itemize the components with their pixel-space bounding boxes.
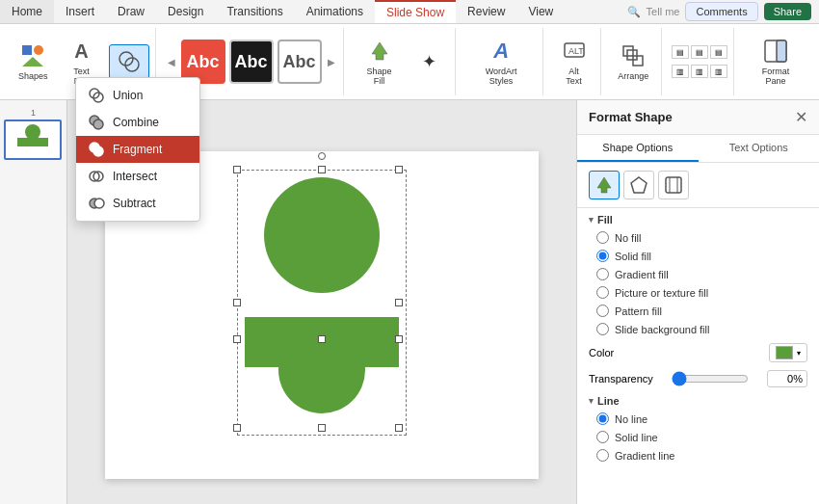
handle-mr[interactable] — [395, 299, 403, 306]
radio-slide-bg-fill[interactable] — [596, 323, 609, 335]
tab-text-options[interactable]: Text Options — [699, 135, 820, 162]
tab-shape-options[interactable]: Shape Options — [577, 135, 699, 162]
radio-solid-line[interactable] — [596, 431, 609, 443]
shapes-label: Shapes — [18, 71, 48, 81]
shape-fill-button[interactable]: Shape Fill — [354, 34, 406, 90]
style-button-3[interactable]: Abc — [277, 40, 322, 84]
option-no-fill[interactable]: No fill — [577, 228, 819, 247]
effects-icon-btn[interactable] — [658, 171, 689, 199]
handle-rect-l[interactable] — [233, 335, 241, 343]
format-panel-close[interactable]: ✕ — [795, 108, 807, 126]
color-swatch-button[interactable]: ▾ — [769, 343, 807, 362]
format-panel: Format Shape ✕ Shape Options Text Option… — [576, 100, 819, 504]
label-gradient-fill: Gradient fill — [615, 269, 669, 280]
transparency-input[interactable] — [767, 370, 807, 387]
merge-shapes-button[interactable] — [109, 44, 149, 79]
option-pattern-fill[interactable]: Pattern fill — [577, 302, 819, 320]
color-row: Color ▾ — [577, 338, 819, 367]
transparency-slider[interactable] — [672, 371, 749, 386]
handle-bc[interactable] — [318, 424, 326, 432]
rotation-handle[interactable] — [318, 152, 326, 160]
tab-transitions[interactable]: Transitions — [215, 0, 294, 23]
option-solid-line[interactable]: Solid line — [577, 428, 819, 446]
radio-solid-fill[interactable] — [596, 250, 609, 262]
tab-slideshow[interactable]: Slide Show — [375, 0, 456, 23]
format-icon-row — [577, 163, 819, 208]
dropdown-item-union[interactable]: Union — [76, 82, 199, 109]
arrange-button[interactable]: Arrange — [611, 39, 655, 85]
svg-point-25 — [94, 199, 104, 208]
align-middle-button[interactable]: ▥ — [691, 65, 708, 78]
radio-gradient-line[interactable] — [596, 449, 609, 462]
line-section-header[interactable]: ▾ Line — [577, 393, 819, 410]
tab-review[interactable]: Review — [456, 0, 516, 23]
wordart-icon: A — [488, 38, 515, 65]
tab-home[interactable]: Home — [0, 0, 54, 23]
handle-rect-c[interactable] — [318, 335, 326, 343]
tab-view[interactable]: View — [516, 0, 565, 23]
tab-design[interactable]: Design — [156, 0, 215, 23]
handle-br[interactable] — [395, 424, 403, 432]
tab-insert[interactable]: Insert — [54, 0, 106, 23]
radio-no-fill[interactable] — [596, 231, 609, 244]
option-slide-bg-fill[interactable]: Slide background fill — [577, 320, 819, 338]
dropdown-item-fragment[interactable]: Fragment — [76, 136, 199, 163]
label-solid-line: Solid line — [615, 432, 658, 443]
align-right-button[interactable]: ▤ — [710, 45, 727, 59]
fill-line-icon-btn[interactable] — [589, 171, 620, 199]
format-panel-title: Format Shape — [589, 110, 673, 124]
radio-picture-fill[interactable] — [596, 286, 609, 299]
style-button-2[interactable]: Abc — [229, 40, 274, 84]
comments-button[interactable]: Comments — [685, 2, 757, 21]
dropdown-item-intersect[interactable]: Intersect — [76, 163, 199, 190]
option-solid-fill[interactable]: Solid fill — [577, 247, 819, 265]
alt-text-button[interactable]: ALT Alt Text — [553, 34, 594, 90]
align-bottom-button[interactable]: ▥ — [710, 65, 727, 78]
handle-ml[interactable] — [233, 299, 241, 306]
radio-pattern-fill[interactable] — [596, 305, 609, 317]
shape-circle[interactable] — [264, 177, 380, 293]
share-button[interactable]: Share — [764, 3, 811, 20]
style-label-3: Abc — [283, 52, 316, 72]
format-pane-button[interactable]: Format Pane — [744, 34, 807, 90]
handle-tc[interactable] — [318, 166, 326, 173]
alt-text-label: Alt Text — [560, 66, 588, 86]
format-pane-label: Format Pane — [751, 66, 801, 86]
tab-draw[interactable]: Draw — [106, 0, 156, 23]
dropdown-item-combine[interactable]: Combine — [76, 109, 199, 136]
nav-next-button[interactable]: ▶ — [326, 57, 337, 67]
shape-group[interactable] — [245, 177, 399, 428]
svg-rect-9 — [627, 50, 637, 60]
handle-bl[interactable] — [233, 424, 241, 432]
svg-marker-12 — [631, 177, 647, 193]
tab-animations[interactable]: Animations — [295, 0, 375, 23]
effects-button[interactable]: ✦ — [409, 44, 449, 79]
slide-thumbnail[interactable] — [4, 119, 62, 160]
handle-rect-r[interactable] — [395, 335, 403, 343]
option-gradient-line[interactable]: Gradient line — [577, 446, 819, 464]
arrange-icon — [620, 42, 647, 69]
radio-no-line[interactable] — [596, 412, 609, 425]
option-gradient-fill[interactable]: Gradient fill — [577, 265, 819, 283]
fragment-icon — [88, 141, 105, 158]
svg-rect-11 — [777, 40, 786, 62]
nav-prev-button[interactable]: ◀ — [166, 57, 177, 67]
align-center-button[interactable]: ▤ — [691, 45, 708, 59]
format-tabs: Shape Options Text Options — [577, 135, 819, 163]
wordart-button[interactable]: A WordArt Styles — [465, 34, 537, 90]
dropdown-item-subtract[interactable]: Subtract — [76, 190, 199, 217]
align-left-button[interactable]: ▤ — [672, 45, 689, 59]
option-no-line[interactable]: No line — [577, 410, 819, 428]
radio-gradient-fill[interactable] — [596, 268, 609, 280]
option-picture-fill[interactable]: Picture or texture fill — [577, 283, 819, 302]
handle-tl[interactable] — [233, 166, 241, 173]
fill-icon — [594, 175, 614, 195]
line-options: No line Solid line Gradient line — [577, 410, 819, 464]
shapes-button[interactable]: Shapes — [12, 39, 55, 85]
shape-icon-btn[interactable] — [623, 171, 654, 199]
handle-tr[interactable] — [395, 166, 403, 173]
shape-semicircle[interactable] — [278, 360, 365, 413]
transparency-row: Transparency — [577, 367, 819, 393]
align-top-button[interactable]: ▥ — [672, 65, 689, 78]
fill-section-header[interactable]: ▾ Fill — [577, 208, 819, 228]
